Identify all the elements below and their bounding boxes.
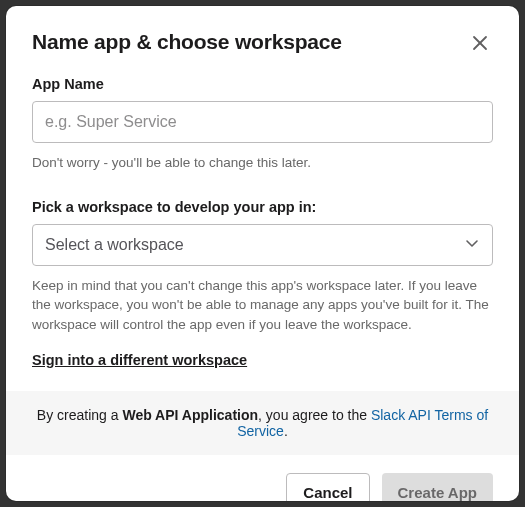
terms-bold: Web API Application — [122, 407, 258, 423]
chevron-down-icon — [464, 235, 480, 255]
create-app-button[interactable]: Create App — [382, 473, 493, 501]
modal-title: Name app & choose workspace — [32, 30, 342, 54]
cancel-button[interactable]: Cancel — [286, 473, 369, 501]
modal-header: Name app & choose workspace — [6, 6, 519, 56]
workspace-label: Pick a workspace to develop your app in: — [32, 199, 493, 215]
terms-bar: By creating a Web API Application, you a… — [6, 391, 519, 455]
app-name-input[interactable] — [32, 101, 493, 143]
workspace-select[interactable]: Select a workspace — [32, 224, 493, 266]
terms-suffix: . — [284, 423, 288, 439]
workspace-selected-value: Select a workspace — [45, 236, 184, 254]
workspace-helper: Keep in mind that you can't change this … — [32, 276, 493, 335]
modal-body: App Name Don't worry - you'll be able to… — [6, 56, 519, 369]
app-name-label: App Name — [32, 76, 493, 92]
close-icon — [471, 40, 489, 55]
close-button[interactable] — [467, 30, 493, 56]
workspace-section: Pick a workspace to develop your app in:… — [32, 199, 493, 370]
sign-into-workspace-link[interactable]: Sign into a different workspace — [32, 352, 247, 368]
modal-footer: Cancel Create App — [6, 455, 519, 501]
terms-prefix: By creating a — [37, 407, 123, 423]
terms-middle: , you agree to the — [258, 407, 371, 423]
app-name-helper: Don't worry - you'll be able to change t… — [32, 153, 493, 173]
create-app-modal: Name app & choose workspace App Name Don… — [6, 6, 519, 501]
